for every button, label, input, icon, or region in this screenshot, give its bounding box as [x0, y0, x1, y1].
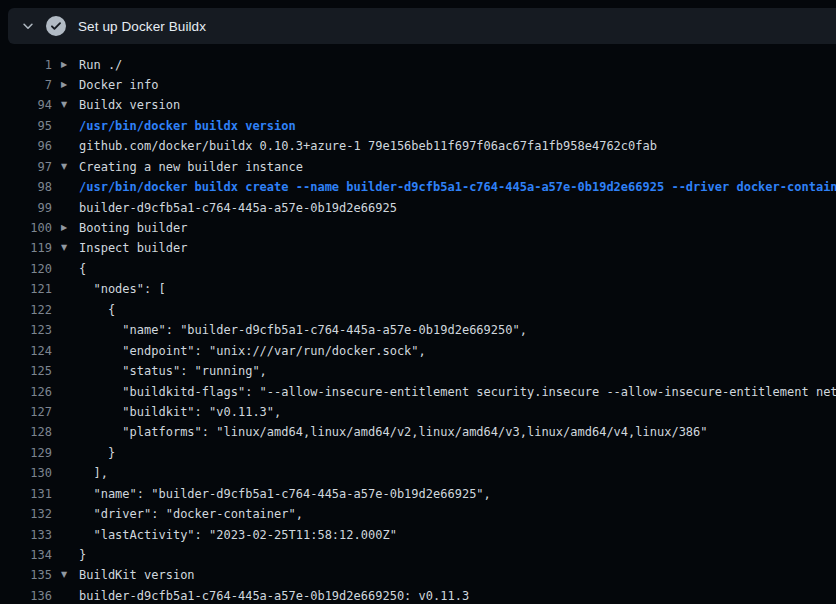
chevron-down-icon[interactable]: ▼ — [61, 95, 75, 115]
chevron-down-icon[interactable] — [21, 19, 35, 33]
log-line: 136builder-d9cfb5a1-c764-445a-a57e-0b19d… — [0, 586, 836, 604]
log-command-text: /usr/bin/docker buildx version — [79, 116, 296, 136]
log-line: 124 "endpoint": "unix:///var/run/docker.… — [0, 341, 836, 361]
log-output-text: "name": "builder-d9cfb5a1-c764-445a-a57e… — [79, 484, 491, 504]
log-line: 123 "name": "builder-d9cfb5a1-c764-445a-… — [0, 320, 836, 340]
log-output: 1▶Run ./7▶Docker info94▼Buildx version95… — [0, 44, 836, 604]
log-line: 1▶Run ./ — [0, 55, 836, 75]
line-number[interactable]: 134 — [0, 545, 52, 565]
log-output-text: } — [79, 443, 115, 463]
log-line: 130 ], — [0, 463, 836, 483]
line-number[interactable]: 100 — [0, 218, 52, 238]
check-circle-icon — [46, 16, 66, 36]
line-number[interactable]: 97 — [0, 157, 52, 177]
log-line: 99builder-d9cfb5a1-c764-445a-a57e-0b19d2… — [0, 198, 836, 218]
log-output-text: { — [79, 300, 115, 320]
line-number[interactable]: 136 — [0, 586, 52, 604]
line-number[interactable]: 123 — [0, 320, 52, 340]
log-output-text: builder-d9cfb5a1-c764-445a-a57e-0b19d2e6… — [79, 198, 397, 218]
log-line: 7▶Docker info — [0, 75, 836, 95]
line-number[interactable]: 125 — [0, 361, 52, 381]
line-number[interactable]: 126 — [0, 382, 52, 402]
log-output-text: } — [79, 545, 86, 565]
log-output-text: builder-d9cfb5a1-c764-445a-a57e-0b19d2e6… — [79, 586, 469, 604]
log-line: 97▼Creating a new builder instance — [0, 157, 836, 177]
log-group-title[interactable]: ▼Creating a new builder instance — [79, 157, 303, 177]
log-line: 122 { — [0, 300, 836, 320]
log-line: 133 "lastActivity": "2023-02-25T11:58:12… — [0, 525, 836, 545]
line-number[interactable]: 135 — [0, 565, 52, 585]
line-number[interactable]: 96 — [0, 136, 52, 156]
line-number[interactable]: 133 — [0, 525, 52, 545]
log-line: 94▼Buildx version — [0, 95, 836, 115]
line-number[interactable]: 132 — [0, 504, 52, 524]
log-output-text: "buildkitd-flags": "--allow-insecure-ent… — [79, 382, 836, 402]
line-number[interactable]: 119 — [0, 238, 52, 258]
log-line: 125 "status": "running", — [0, 361, 836, 381]
log-line: 131 "name": "builder-d9cfb5a1-c764-445a-… — [0, 484, 836, 504]
log-line: 132 "driver": "docker-container", — [0, 504, 836, 524]
log-line: 126 "buildkitd-flags": "--allow-insecure… — [0, 382, 836, 402]
log-output-text: "platforms": "linux/amd64,linux/amd64/v2… — [79, 422, 708, 442]
line-number[interactable]: 128 — [0, 422, 52, 442]
log-output-text: "nodes": [ — [79, 279, 166, 299]
log-line: 100▶Booting builder — [0, 218, 836, 238]
log-group-title[interactable]: ▼Buildx version — [79, 95, 180, 115]
line-number[interactable]: 129 — [0, 443, 52, 463]
chevron-down-icon[interactable]: ▼ — [61, 565, 75, 585]
log-line: 134} — [0, 545, 836, 565]
line-number[interactable]: 130 — [0, 463, 52, 483]
log-line: 135▼BuildKit version — [0, 565, 836, 585]
log-output-text: github.com/docker/buildx 0.10.3+azure-1 … — [79, 136, 657, 156]
line-number[interactable]: 1 — [0, 55, 52, 75]
log-line: 121 "nodes": [ — [0, 279, 836, 299]
step-header[interactable]: Set up Docker Buildx — [8, 8, 836, 44]
line-number[interactable]: 124 — [0, 341, 52, 361]
step-title: Set up Docker Buildx — [78, 19, 206, 34]
log-line: 96github.com/docker/buildx 0.10.3+azure-… — [0, 136, 836, 156]
line-number[interactable]: 94 — [0, 95, 52, 115]
chevron-right-icon[interactable]: ▶ — [61, 218, 75, 238]
chevron-down-icon[interactable]: ▼ — [61, 157, 75, 177]
log-line: 120{ — [0, 259, 836, 279]
line-number[interactable]: 122 — [0, 300, 52, 320]
line-number[interactable]: 127 — [0, 402, 52, 422]
log-output-text: "name": "builder-d9cfb5a1-c764-445a-a57e… — [79, 320, 527, 340]
line-number[interactable]: 99 — [0, 198, 52, 218]
chevron-down-icon[interactable]: ▼ — [61, 238, 75, 258]
log-group-title[interactable]: ▶Run ./ — [79, 55, 122, 75]
chevron-right-icon[interactable]: ▶ — [61, 75, 75, 95]
log-line: 127 "buildkit": "v0.11.3", — [0, 402, 836, 422]
log-group-title[interactable]: ▶Docker info — [79, 75, 158, 95]
log-output-text: { — [79, 259, 86, 279]
chevron-right-icon[interactable]: ▶ — [61, 55, 75, 75]
log-output-text: ], — [79, 463, 108, 483]
log-output-text: "endpoint": "unix:///var/run/docker.sock… — [79, 341, 426, 361]
log-output-text: "driver": "docker-container", — [79, 504, 303, 524]
log-output-text: "status": "running", — [79, 361, 267, 381]
log-output-text: "buildkit": "v0.11.3", — [79, 402, 281, 422]
log-line: 129 } — [0, 443, 836, 463]
log-output-text: "lastActivity": "2023-02-25T11:58:12.000… — [79, 525, 397, 545]
log-command-text: /usr/bin/docker buildx create --name bui… — [79, 177, 836, 197]
log-line: 128 "platforms": "linux/amd64,linux/amd6… — [0, 422, 836, 442]
log-line: 119▼Inspect builder — [0, 238, 836, 258]
log-line: 98/usr/bin/docker buildx create --name b… — [0, 177, 836, 197]
line-number[interactable]: 95 — [0, 116, 52, 136]
log-group-title[interactable]: ▼BuildKit version — [79, 565, 195, 585]
line-number[interactable]: 131 — [0, 484, 52, 504]
line-number[interactable]: 7 — [0, 75, 52, 95]
line-number[interactable]: 98 — [0, 177, 52, 197]
line-number[interactable]: 120 — [0, 259, 52, 279]
log-line: 95/usr/bin/docker buildx version — [0, 116, 836, 136]
log-group-title[interactable]: ▼Inspect builder — [79, 238, 187, 258]
log-group-title[interactable]: ▶Booting builder — [79, 218, 187, 238]
line-number[interactable]: 121 — [0, 279, 52, 299]
